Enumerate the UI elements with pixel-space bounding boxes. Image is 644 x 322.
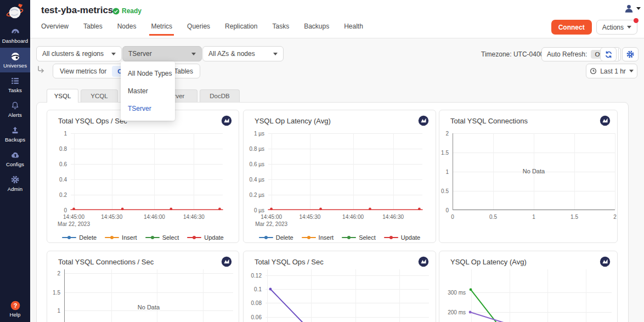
menu-item-tserver[interactable]: TServer <box>121 100 175 117</box>
chart-series-layer <box>268 133 422 210</box>
sidebar-item-tasks[interactable]: Tasks <box>0 72 30 97</box>
chart-series-layer <box>265 269 429 322</box>
y-axis-tick-label: 0.6 <box>47 161 67 167</box>
nav-tab-backups[interactable]: Backups <box>304 22 329 36</box>
no-data-label: No Data <box>453 168 615 174</box>
chart-plot-area: 10.80.60.40.2014:45:00Mar 22, 202314:45:… <box>71 133 223 210</box>
metric-tab-ycql[interactable]: YCQL <box>81 89 118 102</box>
user-avatar-icon <box>624 3 634 14</box>
clusters-regions-dropdown[interactable]: All clusters & regions <box>36 46 122 61</box>
time-range-dropdown[interactable]: Last 1 hr <box>586 64 637 78</box>
metric-tab-ysql[interactable]: YSQL <box>47 89 78 103</box>
help-icon: ? <box>10 301 21 310</box>
x-axis-tick-label: 0.5 <box>474 214 512 220</box>
nav-tab-overview[interactable]: Overview <box>41 22 69 36</box>
x-axis-tick-label: 14:45:00 <box>252 214 291 220</box>
y-axis-tick-label: 0.2 <box>47 192 67 198</box>
legend-item-update[interactable]: Update <box>187 234 223 241</box>
metrics-settings-button[interactable] <box>622 47 639 61</box>
x-axis-tick-label: 0 <box>433 214 472 220</box>
y-axis-tick-label: 1 <box>439 169 449 175</box>
chart-widget-icon[interactable] <box>418 115 429 126</box>
sidebar-item-universes[interactable]: Universes <box>0 48 30 72</box>
nav-tab-tasks[interactable]: Tasks <box>272 22 289 36</box>
az-nodes-dropdown[interactable]: All AZs & nodes <box>202 46 284 61</box>
legend-item-insert[interactable]: Insert <box>105 234 137 241</box>
legend-item-update[interactable]: Update <box>384 234 420 241</box>
universe-header: test-yba-metrics Ready OverviewTablesNod… <box>30 0 644 38</box>
y-axis-tick-label: 2 <box>439 131 449 137</box>
gridline <box>111 269 112 322</box>
nav-tab-queries[interactable]: Queries <box>187 22 210 36</box>
y-axis-tick-label: 0.06 <box>244 314 262 320</box>
actions-button[interactable]: Actions <box>596 20 637 35</box>
chevron-down-icon <box>191 53 196 55</box>
legend-line-icon <box>145 237 160 238</box>
chart-widget-icon[interactable] <box>418 256 429 267</box>
menu-item-all-node-types[interactable]: All Node Types <box>121 65 175 82</box>
chart-widget-icon[interactable] <box>600 256 611 267</box>
alerts-icon <box>10 101 20 110</box>
timezone-label: Timezone: UTC-0400 <box>481 50 544 58</box>
node-type-dropdown[interactable]: TServer <box>122 46 202 61</box>
connect-button[interactable]: Connect <box>551 20 592 35</box>
y-axis-tick-label: 300 ms <box>439 290 466 296</box>
x-axis-tick-label: 14:45:00 <box>55 214 93 220</box>
legend-item-select[interactable]: Select <box>145 234 179 241</box>
chart-card-header: Total YSQL Connections <box>450 115 611 126</box>
chart-card-ysql-op-latency-avg-2: YSQL Op Latency (Avg)1 µs0.8 µs0.6 µs0.4… <box>243 110 436 243</box>
node-type-dropdown-label: TServer <box>128 50 152 58</box>
chevron-down-icon <box>636 7 641 10</box>
svg-text:?: ? <box>13 302 17 308</box>
chart-legend: DeleteInsertSelectUpdate <box>47 234 239 241</box>
y-axis-tick-label: 0.4 <box>47 177 67 183</box>
nav-tab-metrics[interactable]: Metrics <box>151 22 172 36</box>
chart-plot-area: 0.120.10.080.06 <box>265 269 429 322</box>
gear-icon <box>626 50 635 59</box>
sidebar: DashboardUniversesTasksAlertsBackupsConf… <box>0 0 30 322</box>
legend-line-icon <box>62 237 76 238</box>
nav-tab-tables[interactable]: Tables <box>83 22 103 36</box>
chart-card-total-ysql-connections-3: Total YSQL Connections21.510.5000.511.52… <box>439 110 618 243</box>
user-menu[interactable] <box>624 3 641 14</box>
chart-widget-icon[interactable] <box>221 115 232 126</box>
legend-item-delete[interactable]: Delete <box>62 234 97 241</box>
nav-tab-replication[interactable]: Replication <box>225 22 257 36</box>
x-axis-tick-label: 14:45:30 <box>291 214 329 220</box>
gridline <box>203 269 204 322</box>
chevron-down-icon <box>627 26 631 29</box>
check-circle-icon <box>112 8 120 15</box>
y-axis-tick-label: 1 <box>47 131 67 137</box>
sidebar-item-configs[interactable]: Configs <box>0 146 30 171</box>
sidebar-item-admin[interactable]: Admin <box>0 171 30 196</box>
sidebar-item-help[interactable]: ? Help <box>0 301 30 318</box>
menu-item-master[interactable]: Master <box>121 82 175 100</box>
metric-tab-docdb[interactable]: DocDB <box>200 89 240 102</box>
y-axis-tick-label: 200 ms <box>439 309 466 315</box>
sidebar-item-dashboard[interactable]: Dashboard <box>0 23 30 48</box>
nav-tab-health[interactable]: Health <box>344 22 363 36</box>
chart-plot-area: 1 µs0.8 µs0.6 µs0.4 µs0.2 µs0 µs14:45:00… <box>268 133 422 210</box>
yugabyte-logo-icon <box>0 0 30 23</box>
legend-item-delete[interactable]: Delete <box>259 234 293 241</box>
time-range-label: Last 1 hr <box>600 67 626 75</box>
legend-item-select[interactable]: Select <box>342 234 376 241</box>
status-badge: Ready <box>112 7 142 15</box>
legend-item-insert[interactable]: Insert <box>302 234 334 241</box>
view-metrics-for-label: View metrics for <box>60 67 106 75</box>
chart-card-ysql-op-latency-avg-6: YSQL Op Latency (Avg)300 ms200 ms <box>439 251 618 322</box>
chart-title: YSQL Op Latency (Avg) <box>450 258 527 266</box>
sidebar-item-label: Tasks <box>8 87 22 93</box>
nav-tab-nodes[interactable]: Nodes <box>117 22 137 36</box>
refresh-button[interactable] <box>600 47 617 61</box>
chart-widget-icon[interactable] <box>221 256 232 267</box>
chevron-down-icon <box>111 53 116 55</box>
chart-widget-icon[interactable] <box>600 115 611 126</box>
sidebar-item-alerts[interactable]: Alerts <box>0 97 30 122</box>
y-axis-tick-label: 0.4 µs <box>244 177 264 183</box>
universes-icon <box>10 52 20 61</box>
chart-series-layer <box>71 133 223 210</box>
sidebar-item-backups[interactable]: Backups <box>0 122 30 146</box>
chart-card-header: Total YSQL Ops / Sec <box>255 256 429 267</box>
chart-title: Total YSQL Ops / Sec <box>255 258 324 266</box>
